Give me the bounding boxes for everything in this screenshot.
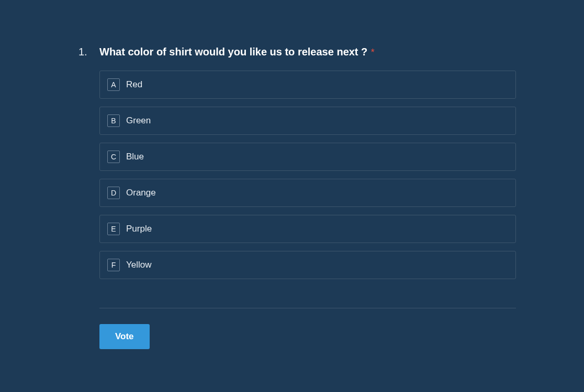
option-a[interactable]: A Red <box>99 71 516 99</box>
vote-button[interactable]: Vote <box>99 324 150 349</box>
option-key: B <box>107 114 120 127</box>
option-label: Yellow <box>126 260 152 270</box>
option-label: Orange <box>126 188 156 198</box>
option-key: F <box>107 259 120 271</box>
option-e[interactable]: E Purple <box>99 215 516 243</box>
required-marker: * <box>371 47 375 57</box>
option-label: Green <box>126 116 151 126</box>
option-d[interactable]: D Orange <box>99 179 516 207</box>
option-f[interactable]: F Yellow <box>99 251 516 279</box>
option-key: A <box>107 78 120 91</box>
option-label: Red <box>126 79 142 90</box>
poll-container: 1. What color of shirt would you like us… <box>0 0 584 375</box>
options-list: A Red B Green C Blue D Orange E Purple F… <box>99 71 516 279</box>
option-label: Purple <box>126 224 152 234</box>
option-label: Blue <box>126 152 144 162</box>
question-number: 1. <box>78 46 90 58</box>
option-key: C <box>107 151 120 163</box>
option-key: D <box>107 187 120 199</box>
question-header: 1. What color of shirt would you like us… <box>78 44 516 59</box>
question-text: What color of shirt would you like us to… <box>99 46 367 57</box>
question-text-wrapper: What color of shirt would you like us to… <box>99 44 375 59</box>
option-b[interactable]: B Green <box>99 107 516 135</box>
option-c[interactable]: C Blue <box>99 143 516 171</box>
divider <box>99 308 516 308</box>
option-key: E <box>107 223 120 235</box>
